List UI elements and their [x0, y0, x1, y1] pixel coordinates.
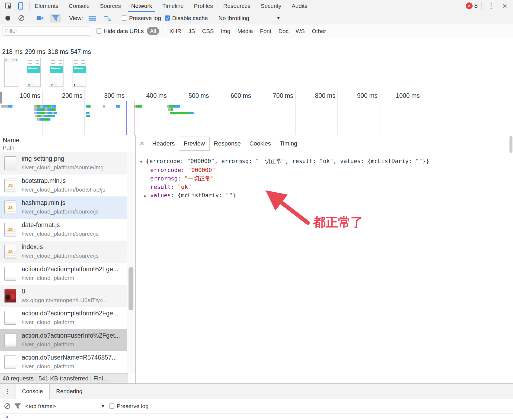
status-band: 40 requests | 541 KB transferred | Fini.… [0, 373, 513, 383]
json-root-line[interactable]: ▼{errorcode: "000000", errormsg: "一切正常",… [140, 157, 513, 166]
collapsed-arrow-icon[interactable]: ▶ [144, 192, 150, 200]
device-toolbar-icon[interactable] [15, 0, 27, 12]
filter-type-chip[interactable]: Font [256, 28, 275, 34]
drawer-menu-icon[interactable]: ⋮ [0, 384, 15, 399]
json-property-line[interactable]: ▶errorcode: "000000" [140, 166, 513, 175]
request-path: /liver_cloud_platform/source/js [22, 208, 127, 215]
request-row[interactable]: img-setting.png /liver_cloud_platform/so… [0, 152, 135, 175]
close-detail-icon[interactable]: × [138, 139, 148, 148]
preserve-log-toggle[interactable]: Preserve log [122, 15, 161, 21]
inspect-element-icon[interactable] [3, 0, 15, 12]
filter-type-all[interactable]: All [147, 27, 159, 35]
request-row[interactable]: action.do?userName=R5746857... /liver_cl… [0, 351, 135, 373]
request-row[interactable]: action.do?action=platform%2Fge... /liver… [0, 307, 135, 329]
filter-type-chip[interactable]: CSS [198, 28, 217, 34]
waterfall-overview[interactable]: 100 ms200 ms300 ms400 ms500 ms600 ms700 … [0, 90, 513, 135]
panel-tab[interactable]: Elements [30, 0, 64, 12]
disable-cache-checkbox[interactable] [165, 15, 170, 21]
detail-tab[interactable]: Headers [148, 137, 179, 150]
chevron-down-icon[interactable]: ▼ [101, 404, 105, 408]
filter-type-chip[interactable]: Doc [275, 28, 292, 34]
request-row[interactable]: hashmap.min.js /liver_cloud_platform/sou… [0, 196, 135, 219]
filmstrip-frame[interactable]: 299 ms [25, 48, 46, 56]
scrollbar-thumb[interactable] [129, 267, 133, 310]
drawer-tab-console[interactable]: Console [15, 384, 50, 399]
frame-thumbnail[interactable] [27, 58, 41, 87]
filter-type-chip[interactable]: Other [308, 28, 330, 34]
close-devtools-icon[interactable]: × [501, 1, 509, 11]
execution-context-value[interactable]: <top frame> [25, 403, 56, 409]
request-name: date-format.js [22, 221, 127, 229]
filter-type-chip[interactable]: Img [217, 28, 234, 34]
filmstrip-frame[interactable]: 218 ms [2, 48, 23, 56]
request-name: img-setting.png [22, 155, 127, 162]
hide-data-urls-toggle[interactable]: Hide data URLs [96, 28, 144, 34]
filmstrip-frame[interactable]: 318 ms [48, 48, 69, 56]
detail-tab[interactable]: Timing [275, 137, 302, 150]
expanded-arrow-icon[interactable]: ▼ [140, 158, 146, 166]
ruler-tick-label: 700 ms [258, 92, 293, 99]
detail-tab[interactable]: Response [210, 137, 245, 150]
request-name: action.do?action=userInfo%2Fget... [22, 332, 127, 339]
view-waterfall-icon[interactable] [102, 14, 114, 22]
filmstrip-frame[interactable]: 547 ms [70, 48, 92, 56]
record-icon[interactable] [5, 16, 10, 21]
filter-type-chip[interactable]: XHR [166, 28, 185, 34]
console-filter-icon[interactable] [14, 403, 21, 409]
detail-scrollbar-thumb[interactable] [509, 136, 512, 153]
ruler-tick-label: 300 ms [89, 92, 125, 99]
preserve-log-checkbox[interactable] [122, 15, 127, 21]
request-list-header[interactable]: Name Path [0, 135, 135, 152]
filter-type-chip[interactable]: Media [234, 28, 256, 34]
request-path: /liver_cloud_platform [22, 319, 127, 325]
request-row[interactable]: index.js /liver_cloud_platform/source/js [0, 241, 135, 263]
name-column-header[interactable]: Name [3, 137, 135, 144]
view-list-icon[interactable] [87, 14, 98, 22]
ruler-tick-label: 600 ms [216, 92, 251, 99]
frame-thumbnail[interactable] [4, 58, 18, 87]
panel-tab[interactable]: Profiles [189, 0, 218, 12]
panel-tab[interactable]: Security [256, 0, 287, 12]
json-summary: {errorcode: "000000", errormsg: "一切正常", … [146, 158, 429, 164]
frame-thumbnail[interactable] [50, 58, 63, 87]
console-preserve-log-toggle[interactable]: Preserve log [109, 403, 149, 409]
request-row[interactable]: action.do?action=platform%2Fge... /liver… [0, 263, 135, 285]
request-row[interactable]: bootstrap.min.js /liver_cloud_platform/b… [0, 175, 135, 197]
request-row[interactable]: date-format.js /liver_cloud_platform/sou… [0, 219, 135, 241]
filter-type-chip[interactable]: WS [292, 28, 308, 34]
request-row[interactable]: action.do?action=userInfo%2Fget... /live… [0, 329, 135, 351]
filter-funnel-icon[interactable] [50, 14, 61, 22]
detail-tab[interactable]: Cookies [245, 137, 275, 150]
waterfall-bar [86, 105, 91, 108]
panel-divider [135, 373, 136, 383]
screenshot-camera-icon[interactable] [34, 14, 46, 22]
panel-tab[interactable]: Resources [218, 0, 255, 12]
throttling-select[interactable]: No throttling ▼ [216, 15, 280, 21]
disable-cache-toggle[interactable]: Disable cache [165, 15, 208, 21]
error-count-badge[interactable]: ✕ 8 [466, 2, 477, 9]
frame-thumbnail[interactable] [73, 58, 86, 87]
request-path: /liver_cloud_platform/source/js [22, 231, 127, 237]
path-column-header[interactable]: Path [3, 144, 135, 151]
ruler-tick-label: 100 ms [5, 92, 40, 99]
panel-tab[interactable]: Network [126, 0, 157, 12]
more-options-icon[interactable]: ⋮ [485, 2, 497, 10]
request-list-scrollbar[interactable] [127, 152, 135, 373]
filter-input[interactable] [2, 27, 90, 35]
panel-tab[interactable]: Timeline [157, 0, 189, 12]
waterfall-bar [103, 105, 105, 108]
clear-icon[interactable] [18, 15, 24, 21]
filter-type-chip[interactable]: JS [185, 28, 199, 34]
panel-tab[interactable]: Console [64, 0, 95, 12]
drawer-tab-rendering[interactable]: Rendering [50, 384, 89, 399]
overview-scrubber[interactable] [0, 92, 2, 104]
panel-tab[interactable]: Sources [95, 0, 126, 12]
clear-console-icon[interactable] [4, 403, 10, 409]
console-prompt[interactable]: > [0, 413, 513, 420]
request-row[interactable]: 0 wx.qlogo.cn/mmopen/LU6alTty4... [0, 285, 135, 307]
hide-data-urls-checkbox[interactable] [96, 28, 101, 34]
panel-tab[interactable]: Audits [287, 0, 313, 12]
detail-tab[interactable]: Preview [179, 137, 209, 151]
request-name: hashmap.min.js [22, 199, 127, 206]
console-preserve-log-checkbox[interactable] [109, 403, 114, 409]
